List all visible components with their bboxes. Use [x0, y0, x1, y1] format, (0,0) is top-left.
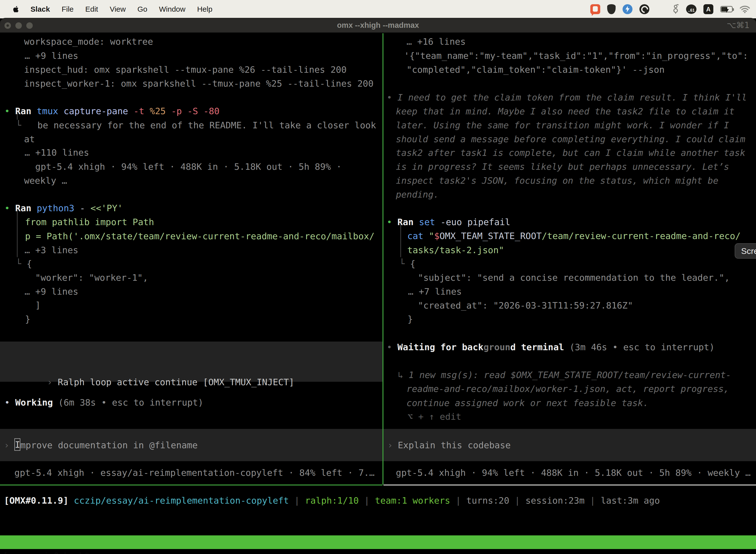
menu-item-window[interactable]: Window: [159, 5, 186, 13]
accessibility-icon[interactable]: [672, 4, 679, 14]
terminal-line: p = Path('.omx/state/team/review-current…: [25, 229, 375, 243]
ralph-loop-line: › Ralph loop active continue [OMX_TMUX_I…: [4, 361, 294, 375]
pane-left[interactable]: › Ralph loop active continue [OMX_TMUX_I…: [0, 33, 382, 485]
back-circle-icon[interactable]: [639, 4, 649, 14]
pane-border-right: [383, 485, 756, 486]
menubar: SlackFileEditViewGoWindowHelp ..61 A: [0, 0, 756, 18]
text-cursor: I: [14, 438, 20, 451]
terminal-line: continue assigned work or next feasible …: [406, 396, 648, 410]
input-source-icon[interactable]: A: [703, 4, 713, 14]
menu-item-file[interactable]: File: [62, 5, 73, 13]
window-title: omx --xhigh --madmax: [0, 18, 756, 32]
battery-icon[interactable]: [720, 6, 733, 12]
terminal-line: └ be necessary for the end of the README…: [16, 118, 376, 132]
prompt-chevron: ›: [47, 377, 52, 387]
terminal-line: └ {: [16, 257, 32, 271]
tooltip-text: Scre: [741, 246, 756, 256]
menu-item-edit[interactable]: Edit: [85, 5, 98, 13]
terminal-line: from pathlib import Path: [25, 215, 154, 229]
apple-menu-icon[interactable]: [12, 5, 19, 13]
terminal-line: ⌥ + ↑ edit: [407, 409, 461, 424]
terminal-line: is in progress? It seems likely but perh…: [396, 160, 729, 174]
tmux-session-name[interactable]: [omx-cczip0:bash*: [3, 549, 89, 554]
terminal-line: }: [407, 312, 413, 326]
tmux-status-bar: [omx-cczip0:bash* "MacBook-Pro-44.local"…: [0, 535, 756, 549]
terminal-line: • Ran tmux capture-pane -t %25 -p -S -80: [4, 104, 219, 118]
terminal-line: "completed","claim_token":"claim-token"}…: [406, 63, 665, 77]
terminal-line: cat "$OMX_TEAM_STATE_ROOT/team/review-cu…: [407, 229, 741, 243]
menubar-status-icons: ..61 A: [590, 4, 756, 14]
ralph-loop-text: Ralph loop active continue [OMX_TMUX_INJ…: [58, 377, 295, 387]
terminal-line: "worker": "worker-1",: [35, 271, 148, 285]
pane-divider[interactable]: [382, 33, 383, 485]
dots-grid-icon[interactable]: [656, 5, 665, 14]
menu-item-go[interactable]: Go: [137, 5, 147, 13]
terminal-line: }: [25, 312, 30, 326]
shield-icon[interactable]: [607, 4, 616, 14]
terminal-line: ↳ 1 new msg(s): read $OMX_TEAM_STATE_ROO…: [398, 368, 731, 382]
menu-item-slack[interactable]: Slack: [30, 5, 50, 13]
menu-item-help[interactable]: Help: [197, 5, 212, 13]
terminal-line: inspect task2's JSON, focusing on the st…: [396, 173, 718, 188]
terminal-line: '{"team_name":"my-team","task_id":"1","f…: [404, 49, 748, 63]
terminal-line: workspace_mode: worktree: [24, 35, 153, 49]
terminal-line: … +9 lines: [24, 284, 78, 298]
session-status-left: gpt-5.4 xhigh · essay/ai-reimplementatio…: [14, 466, 375, 480]
battery-percent-badge[interactable]: ..61: [686, 4, 696, 14]
terminal-line: later. Using the same for transition mig…: [396, 118, 729, 132]
menubar-left: SlackFileEditViewGoWindowHelp: [0, 5, 212, 13]
terminal-line: "created_at": "2026-03-31T11:59:27.816Z": [418, 298, 633, 313]
wifi-icon[interactable]: [740, 5, 750, 13]
terminal-line: • Waiting for background terminal (3m 46…: [387, 340, 714, 354]
terminal-line: … +110 lines: [24, 146, 89, 160]
terminal-line: gpt-5.4 xhigh · 94% left · 488K in · 5.1…: [35, 160, 341, 174]
menu-item-view[interactable]: View: [110, 5, 126, 13]
terminal-line: inspect_hud: omx sparkshell --tmux-pane …: [24, 63, 346, 77]
prompt-chevron: ›: [387, 440, 393, 450]
screen-share-tooltip: Scre: [735, 243, 756, 259]
terminal-line: • Ran set -euo pipefail: [387, 215, 510, 229]
prompt-input-right[interactable]: ›Explain this codebase: [383, 429, 756, 461]
pane-border-left: [0, 485, 382, 486]
session-status-right: gpt-5.4 xhigh · 94% left · 488K in · 5.1…: [396, 466, 751, 480]
window-shortcut-badge: ⌥⌘1: [727, 18, 750, 32]
terminal-line: at: [24, 132, 35, 146]
network-blue-icon[interactable]: [623, 4, 632, 14]
terminal-line: readme-and-reco/mailbox/worker-1.json, a…: [406, 382, 729, 396]
prompt-input-left[interactable]: ›Improve documentation in @filename: [0, 429, 382, 461]
terminal-line: weekly …: [24, 173, 67, 188]
terminal-line: • I need to get the claim token from the…: [387, 90, 747, 105]
terminal-line: • Working (6m 38s • esc to interrupt): [4, 395, 203, 409]
terminal-line: pending.: [396, 187, 439, 202]
menu-items: SlackFileEditViewGoWindowHelp: [30, 5, 212, 13]
terminal-line: • Ran python3 - <<'PY': [4, 201, 123, 215]
terminal-line: … +9 lines: [24, 49, 78, 63]
terminal-line: tasks/task-2.json": [407, 243, 504, 257]
terminal-line: "subject": "send a concise recommendatio…: [418, 271, 730, 285]
prompt-chevron: ›: [4, 440, 9, 450]
terminal-line: task2 after task1 is complete, but can I…: [396, 146, 745, 160]
terminal-line: … +7 lines: [408, 284, 462, 298]
input-placeholder: Explain this codebase: [398, 440, 511, 450]
terminal-line: … +3 lines: [24, 243, 78, 257]
terminal-line: should send a message before completing …: [396, 132, 745, 146]
terminal-window: omx --xhigh --madmax ⌥⌘1 › Ralph loop ac…: [0, 18, 756, 554]
terminal-line: keep that in mind. Maybe I also need the…: [396, 104, 735, 118]
terminal-line: inspect_worker-1: omx sparkshell --tmux-…: [24, 76, 374, 91]
omx-statusline: [OMX#0.11.9] cczip/essay/ai-reimplementa…: [4, 493, 660, 508]
terminal: › Ralph loop active continue [OMX_TMUX_I…: [0, 33, 756, 554]
screen-record-icon[interactable]: [590, 4, 600, 14]
terminal-line: … +16 lines: [406, 35, 465, 49]
input-placeholder: mprove documentation in @filename: [20, 440, 198, 450]
terminal-line: └ {: [399, 257, 416, 271]
pane-right[interactable]: ›Explain this codebase gpt-5.4 xhigh · 9…: [383, 33, 756, 485]
titlebar: omx --xhigh --madmax ⌥⌘1: [0, 18, 756, 33]
terminal-line: ]: [35, 298, 41, 312]
